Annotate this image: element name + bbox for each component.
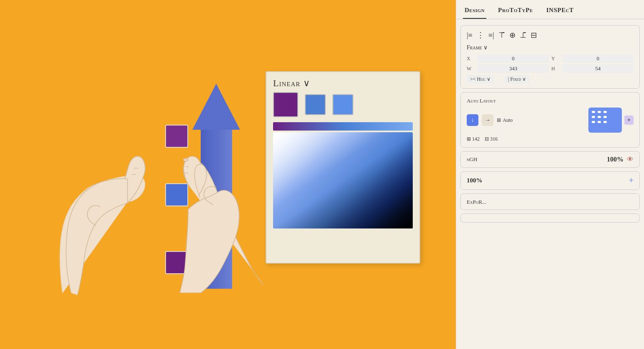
picker-color-area[interactable]: [273, 132, 413, 228]
eye-icon[interactable]: 👁: [627, 156, 634, 163]
fill-section: 100% +: [460, 171, 640, 190]
arrow-shape: [192, 84, 243, 289]
tab-design[interactable]: Design: [463, 3, 486, 19]
dim2-icon: ⊟: [485, 136, 489, 142]
fill-plus-btn[interactable]: +: [629, 176, 634, 185]
swatch-purple-top[interactable]: [165, 125, 188, 148]
dim1-value[interactable]: 142: [472, 136, 480, 142]
picker-gradient-bar[interactable]: [273, 122, 413, 131]
arrow-tip: [192, 84, 240, 130]
fill-value: 100%: [467, 177, 483, 184]
w-value[interactable]: 343: [478, 64, 549, 73]
align-center-icon[interactable]: ⋮: [477, 31, 484, 40]
picker-swatch-purple[interactable]: [273, 92, 298, 117]
y-label: Y: [552, 56, 560, 62]
tab-inspect[interactable]: INSPEcT: [544, 3, 575, 19]
export-label: ExPoR...: [467, 199, 486, 205]
tab-prototype[interactable]: ProToTyPe: [496, 3, 534, 19]
picker-swatches-row: [266, 92, 419, 122]
h-value[interactable]: 54: [562, 64, 634, 73]
alignment-row: |≡ ⋮ ≡| ⊤̄ ⊕ ⊥̄ ⊟: [467, 31, 634, 40]
align-right-icon[interactable]: ≡|: [488, 31, 494, 40]
x-value[interactable]: 0: [478, 54, 549, 63]
layout-preview-area: +: [588, 108, 634, 133]
dim1-item: ⊞ 142: [467, 136, 480, 142]
color-picker-panel: Linear ∨: [266, 71, 420, 264]
swatch-blue-mid[interactable]: [165, 183, 188, 206]
distribute-icon[interactable]: ⊟: [531, 31, 537, 40]
tabs-row: Design ProToTyPe INSPEcT: [456, 0, 644, 19]
dim2-value[interactable]: 316: [490, 136, 498, 142]
opacity-label: nGH: [467, 156, 477, 163]
svg-point-0: [183, 158, 188, 162]
canvas-area: Linear ∨: [0, 0, 456, 349]
layout-add-btn[interactable]: +: [624, 115, 634, 125]
frame-label[interactable]: Frame ∨: [467, 44, 634, 51]
dims-row: ⊞ 142 ⊟ 316: [467, 136, 634, 142]
dim2-item: ⊟ 316: [485, 136, 498, 142]
auto-badge: ⊞ Auto: [497, 117, 513, 123]
hug-label[interactable]: >< Hug ∨: [467, 75, 494, 83]
picker-swatch-blue-light[interactable]: [332, 94, 353, 115]
swatch-purple-bottom[interactable]: [165, 251, 188, 274]
export-section: ExPoR...: [460, 193, 640, 210]
bottom-section: [460, 213, 640, 223]
align-left-icon[interactable]: |≡: [467, 31, 473, 40]
h-label: H: [552, 66, 560, 72]
frame-section: |≡ ⋮ ≡| ⊤̄ ⊕ ⊥̄ ⊟ Frame ∨ X 0 Y 0 W 343 …: [460, 25, 640, 89]
grid-icon: ⊞: [497, 117, 501, 123]
direction-right-btn[interactable]: →: [482, 114, 493, 126]
y-value[interactable]: 0: [562, 54, 634, 63]
right-panel: Design ProToTyPe INSPEcT |≡ ⋮ ≡| ⊤̄ ⊕ ⊥̄…: [456, 0, 644, 349]
panel-scroll[interactable]: |≡ ⋮ ≡| ⊤̄ ⊕ ⊥̄ ⊟ Frame ∨ X 0 Y 0 W 343 …: [456, 19, 644, 349]
opacity-value[interactable]: 100%: [607, 156, 624, 163]
w-label: W: [467, 66, 475, 72]
align-bottom-icon[interactable]: ⊥̄: [520, 31, 526, 40]
auto-layout-title: Auto Layout: [467, 98, 634, 104]
align-top-icon[interactable]: ⊤̄: [498, 31, 505, 40]
layout-grid-preview[interactable]: [588, 108, 622, 133]
hug-fixed-row: >< Hug ∨ | Fixed ∨: [467, 75, 634, 83]
opacity-section: nGH 100% 👁: [460, 151, 640, 168]
fixed-label[interactable]: | Fixed ∨: [505, 75, 529, 83]
align-middle-icon[interactable]: ⊕: [509, 31, 516, 40]
auto-layout-section: Auto Layout ↓ → ⊞ Auto: [460, 92, 640, 148]
picker-title: Linear ∨: [266, 72, 419, 92]
dim1-icon: ⊞: [467, 136, 471, 142]
arrow-body: [201, 130, 232, 289]
x-label: X: [467, 56, 475, 62]
direction-down-btn[interactable]: ↓: [467, 114, 478, 126]
auto-layout-controls: ↓ → ⊞ Auto: [467, 108, 634, 133]
picker-swatch-blue-mid[interactable]: [305, 94, 326, 115]
auto-label[interactable]: Auto: [503, 117, 513, 123]
props-grid: X 0 Y 0 W 343 H 54: [467, 54, 634, 73]
